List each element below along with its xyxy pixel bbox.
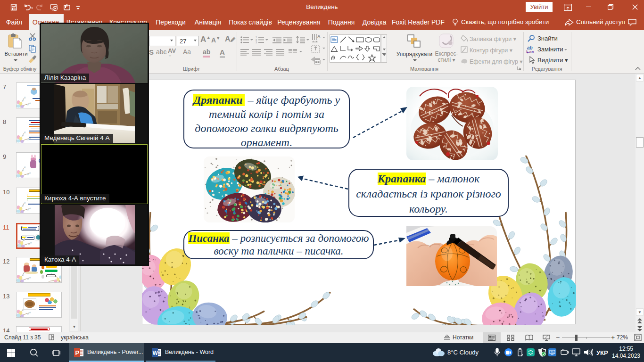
svg-text:W: W: [153, 350, 158, 356]
svg-text:3: 3: [256, 41, 257, 43]
svg-text:P: P: [75, 349, 80, 356]
svg-text:A: A: [317, 34, 321, 39]
svg-text:↳ac: ↳ac: [526, 49, 534, 54]
